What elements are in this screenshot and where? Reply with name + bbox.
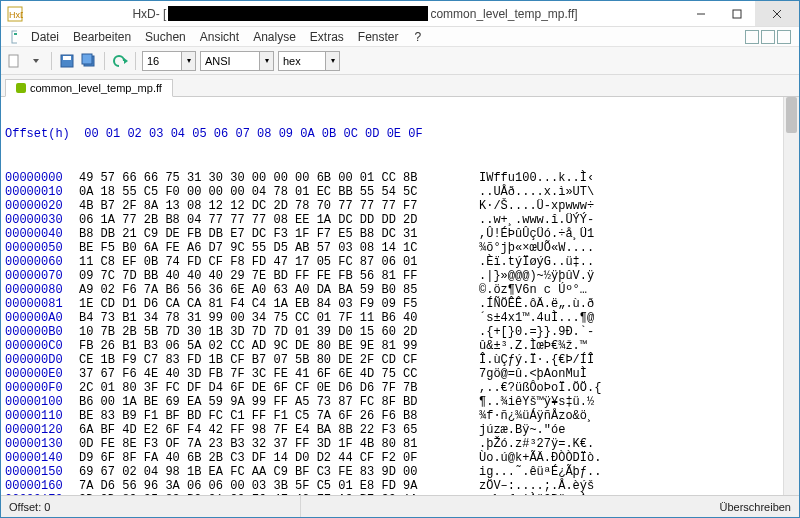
base-select[interactable]: hex ▾ — [278, 51, 340, 71]
hex-bytes[interactable]: 0A 18 55 C5 F0 00 00 00 04 78 01 EC BB 5… — [79, 185, 479, 199]
hex-bytes[interactable]: FB 26 B1 B3 06 5A 02 CC AD 9C DE 80 BE 9… — [79, 339, 479, 353]
ascii-text[interactable]: ´s±4x1™.4uÌ...¶@ — [479, 311, 594, 325]
hex-row[interactable]: 00000040 B8 DB 21 C9 DE FB DB E7 DC F3 1… — [5, 227, 795, 241]
menu-window[interactable]: Fenster — [352, 28, 405, 46]
scrollbar-thumb[interactable] — [786, 97, 797, 133]
ascii-text[interactable]: 7gö@=û.<þAonMuÌ — [479, 367, 587, 381]
mdi-minimize-icon[interactable] — [745, 30, 759, 44]
ascii-text[interactable]: ,..€?üßÔoÞoÏ.ÖÖ.{ — [479, 381, 601, 395]
ascii-text[interactable]: K·/Š....Ü-xpwww÷ — [479, 199, 594, 213]
menu-search[interactable]: Suchen — [139, 28, 192, 46]
menu-help[interactable]: ? — [409, 28, 428, 46]
hex-bytes[interactable]: B6 00 1A BE 69 EA 59 9A 99 FF A5 73 87 F… — [79, 395, 479, 409]
hex-row[interactable]: 00000170 9D 9D 89 95 83 B9 21 C0 F6 4F 4… — [5, 493, 795, 495]
base-value[interactable]: hex — [278, 51, 326, 71]
hex-bytes[interactable]: 6A BF 4D E2 6F F4 42 FF 98 7F E4 BA 8B 2… — [79, 423, 479, 437]
hex-rows[interactable]: 00000000 49 57 66 66 75 31 30 30 00 00 0… — [5, 171, 795, 495]
chevron-down-icon[interactable]: ▾ — [326, 51, 340, 71]
ascii-text[interactable]: û&±³.Z.Ì­œÞ€¾ž.™ — [479, 339, 587, 353]
hex-bytes[interactable]: BE F5 B0 6A FE A6 D7 9C 55 D5 AB 57 03 0… — [79, 241, 479, 255]
ascii-text[interactable]: .Èï.týÏøýG..ü‡.. — [479, 255, 594, 269]
minimize-button[interactable] — [683, 1, 719, 26]
menu-extras[interactable]: Extras — [304, 28, 350, 46]
ascii-text[interactable]: ig...˜.êüªÉ¿Ãþƒ.. — [479, 465, 601, 479]
hex-editor[interactable]: Offset(h) 00 01 02 03 04 05 06 07 08 09 … — [1, 97, 799, 495]
hex-row[interactable]: 00000120 6A BF 4D E2 6F F4 42 FF 98 7F E… — [5, 423, 795, 437]
hex-row[interactable]: 00000020 4B B7 2F 8A 13 08 12 12 DC 2D 7… — [5, 199, 795, 213]
ascii-text[interactable]: .{+[}0.=}}.9Ð.`- — [479, 325, 594, 339]
maximize-button[interactable] — [719, 1, 755, 26]
ascii-text[interactable]: ©.öz¶V6n c Úº°… — [479, 283, 587, 297]
save-icon[interactable] — [58, 52, 76, 70]
ascii-text[interactable]: zÖV–:....;.Å.èýš — [479, 479, 594, 493]
hex-row[interactable]: 00000140 D9 6F 8F FA 40 6B 2B C3 DF 14 D… — [5, 451, 795, 465]
tab-file[interactable]: common_level_temp_mp.ff — [5, 79, 173, 97]
hex-row[interactable]: 00000010 0A 18 55 C5 F0 00 00 00 04 78 0… — [5, 185, 795, 199]
hex-row[interactable]: 00000130 0D FE 8E F3 OF 7A 23 B3 32 37 F… — [5, 437, 795, 451]
hex-bytes[interactable]: 1E CD D1 D6 CA CA 81 F4 C4 1A EB 84 03 F… — [79, 297, 479, 311]
hex-row[interactable]: 000000B0 10 7B 2B 5B 7D 30 1B 3D 7D 7D 0… — [5, 325, 795, 339]
hex-bytes[interactable]: 0D FE 8E F3 OF 7A 23 B3 32 37 FF 3D 1F 4… — [79, 437, 479, 451]
charset-select[interactable]: ANSI ▾ — [200, 51, 274, 71]
hex-row[interactable]: 00000070 09 7C 7D BB 40 40 40 29 7E BD F… — [5, 269, 795, 283]
undo-icon[interactable] — [111, 52, 129, 70]
menu-edit[interactable]: Bearbeiten — [67, 28, 137, 46]
close-button[interactable] — [755, 1, 799, 26]
ascii-text[interactable]: ..‰•ƒ¹!Àö0Bÿ ·À. — [479, 493, 594, 495]
new-file-icon[interactable] — [5, 52, 23, 70]
hex-row[interactable]: 00000050 BE F5 B0 6A FE A6 D7 9C 55 D5 A… — [5, 241, 795, 255]
hex-bytes[interactable]: 11 C8 EF 0B 74 FD CF F8 FD 47 17 05 FC 8… — [79, 255, 479, 269]
ascii-text[interactable]: .þŽó.z#³27ÿ=.K€. — [479, 437, 594, 451]
hex-row[interactable]: 00000100 B6 00 1A BE 69 EA 59 9A 99 FF A… — [5, 395, 795, 409]
save-all-icon[interactable] — [80, 52, 98, 70]
hex-bytes[interactable]: 9D 9D 89 95 83 B9 21 C0 F6 4F 42 FF A0 B… — [79, 493, 479, 495]
ascii-text[interactable]: Ùo.ú@k+ÃÄ.ÐÒÒDÏò. — [479, 451, 601, 465]
charset-value[interactable]: ANSI — [200, 51, 260, 71]
hex-bytes[interactable]: 09 7C 7D BB 40 40 40 29 7E BD FF FE FB 5… — [79, 269, 479, 283]
ascii-text[interactable]: ,Û!ÉÞûÛçÜó.÷å¸Ü1 — [479, 227, 594, 241]
hex-bytes[interactable]: A9 02 F6 7A B6 56 36 6E A0 63 A0 DA BA 5… — [79, 283, 479, 297]
hex-row[interactable]: 000000C0 FB 26 B1 B3 06 5A 02 CC AD 9C D… — [5, 339, 795, 353]
hex-bytes[interactable]: 7A D6 56 96 3A 06 06 00 03 3B 5F C5 01 E… — [79, 479, 479, 493]
ascii-text[interactable]: ¶..¾iêYš™ÿ¥s‡ü.½ — [479, 395, 594, 409]
hex-bytes[interactable]: CE 1B F9 C7 83 FD 1B CF B7 07 5B 80 DE 2… — [79, 353, 479, 367]
hex-row[interactable]: 00000060 11 C8 EF 0B 74 FD CF F8 FD 47 1… — [5, 255, 795, 269]
hex-row[interactable]: 00000110 BE 83 B9 F1 BF BD FC C1 FF F1 C… — [5, 409, 795, 423]
ascii-text[interactable]: júzæ.Bÿ~."óe — [479, 423, 565, 437]
hex-bytes[interactable]: 4B B7 2F 8A 13 08 12 12 DC 2D 78 70 77 7… — [79, 199, 479, 213]
hex-bytes[interactable]: 49 57 66 66 75 31 30 30 00 00 00 6B 00 0… — [79, 171, 479, 185]
hex-row[interactable]: 000000D0 CE 1B F9 C7 83 FD 1B CF B7 07 5… — [5, 353, 795, 367]
ascii-text[interactable]: .|}»@@@)~½ÿþûV.ÿ — [479, 269, 594, 283]
ascii-text[interactable]: ¾f·ñ¿¾üÁÿñÅzo&ö¸ — [479, 409, 594, 423]
hex-bytes[interactable]: 06 1A 77 2B B8 04 77 77 77 08 EE 1A DC D… — [79, 213, 479, 227]
menu-analyze[interactable]: Analyse — [247, 28, 302, 46]
menu-icon[interactable] — [5, 28, 23, 46]
hex-row[interactable]: 00000081 1E CD D1 D6 CA CA 81 F4 C4 1A E… — [5, 297, 795, 311]
hex-bytes[interactable]: BE 83 B9 F1 BF BD FC C1 FF F1 C5 7A 6F 2… — [79, 409, 479, 423]
menu-file[interactable]: Datei — [25, 28, 65, 46]
chevron-down-icon[interactable]: ▾ — [260, 51, 274, 71]
hex-row[interactable]: 00000160 7A D6 56 96 3A 06 06 00 03 3B 5… — [5, 479, 795, 493]
hex-bytes[interactable]: B8 DB 21 C9 DE FB DB E7 DC F3 1F F7 E5 B… — [79, 227, 479, 241]
hex-bytes[interactable]: D9 6F 8F FA 40 6B 2B C3 DF 14 D0 D2 44 C… — [79, 451, 479, 465]
open-file-dropdown-icon[interactable] — [27, 52, 45, 70]
hex-row[interactable]: 000000E0 37 67 F6 4E 40 3D FB 7F 3C FE 4… — [5, 367, 795, 381]
mdi-close-icon[interactable] — [777, 30, 791, 44]
vertical-scrollbar[interactable] — [783, 97, 799, 495]
ascii-text[interactable]: IWffu100...k..Ì‹ — [479, 171, 594, 185]
bytes-per-row-value[interactable]: 16 — [142, 51, 182, 71]
hex-bytes[interactable]: B4 73 B1 34 78 31 99 00 34 75 CC 01 7F 1… — [79, 311, 479, 325]
ascii-text[interactable]: ..UÅð....x.ì»UT\ — [479, 185, 594, 199]
hex-bytes[interactable]: 69 67 02 04 98 1B EA FC AA C9 BF C3 FE 8… — [79, 465, 479, 479]
hex-row[interactable]: 00000000 49 57 66 66 75 31 30 30 00 00 0… — [5, 171, 795, 185]
hex-row[interactable]: 00000080 A9 02 F6 7A B6 56 36 6E A0 63 A… — [5, 283, 795, 297]
hex-row[interactable]: 000000A0 B4 73 B1 34 78 31 99 00 34 75 C… — [5, 311, 795, 325]
mdi-restore-icon[interactable] — [761, 30, 775, 44]
ascii-text[interactable]: ¾õ°jþ«×œUÕ«W.... — [479, 241, 594, 255]
menu-view[interactable]: Ansicht — [194, 28, 245, 46]
hex-bytes[interactable]: 10 7B 2B 5B 7D 30 1B 3D 7D 7D 01 39 D0 1… — [79, 325, 479, 339]
hex-bytes[interactable]: 2C 01 80 3F FC DF D4 6F DE 6F CF 0E D6 D… — [79, 381, 479, 395]
chevron-down-icon[interactable]: ▾ — [182, 51, 196, 71]
bytes-per-row-select[interactable]: 16 ▾ — [142, 51, 196, 71]
ascii-text[interactable]: ..w+¸.www.î.ÜÝÝ- — [479, 213, 594, 227]
